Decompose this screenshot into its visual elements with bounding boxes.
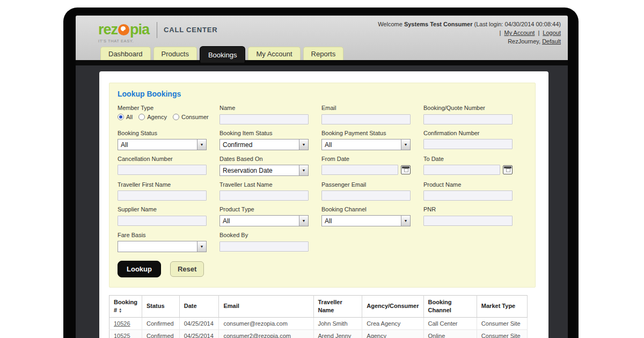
content-area: Lookup Bookings Member Type All xyxy=(76,65,568,338)
account-links: | My Account | Logout xyxy=(378,28,561,37)
radio-agency[interactable]: Agency xyxy=(138,114,167,120)
logo-text-rez: rez xyxy=(98,21,118,38)
booking-channel-select[interactable]: All ▼ xyxy=(321,215,411,226)
field-confirmation-number: Confirmation Number xyxy=(423,130,513,150)
field-traveller-first-name: Traveller First Name xyxy=(118,181,207,201)
calendar-icon[interactable] xyxy=(503,165,513,174)
journey-line: RezJourney, Default xyxy=(378,37,561,46)
booked-by-input[interactable] xyxy=(219,241,309,252)
table-row: 10526 Confirmed 04/25/2014 consumer@rezo… xyxy=(109,317,528,329)
col-agency-consumer: Agency/Consumer xyxy=(362,296,423,318)
col-booking-number[interactable]: Booking #▲▼ xyxy=(109,296,142,318)
pnr-input[interactable] xyxy=(423,216,513,226)
from-date-input[interactable] xyxy=(321,165,398,175)
dropdown-arrow-icon: ▼ xyxy=(401,216,410,226)
tab-products[interactable]: Products xyxy=(153,47,197,60)
field-booking-channel: Booking Channel All ▼ xyxy=(321,206,411,226)
booking-quote-number-input[interactable] xyxy=(423,114,513,124)
field-member-type: Member Type All Agency xyxy=(118,105,207,124)
supplier-name-input[interactable] xyxy=(118,216,207,226)
col-date: Date xyxy=(179,296,219,318)
dropdown-arrow-icon: ▼ xyxy=(299,165,308,175)
links-separator: | xyxy=(500,30,501,36)
booking-item-status-label: Booking Item Status xyxy=(219,130,309,136)
brand-tagline: IT'S THAT EASY. xyxy=(98,39,217,43)
cancellation-number-input[interactable] xyxy=(118,165,207,175)
traveller-last-name-input[interactable] xyxy=(219,190,309,201)
passenger-email-input[interactable] xyxy=(321,190,411,201)
tab-bookings[interactable]: Bookings xyxy=(200,46,245,63)
field-product-name: Product Name xyxy=(423,181,513,201)
dates-based-on-value: Reservation Date xyxy=(220,165,299,175)
agency-consumer-cell: Agency xyxy=(362,329,423,338)
device-frame: rez pia CALL CENTER IT'S THAT EASY. Welc… xyxy=(63,8,579,338)
lookup-form: Member Type All Agency xyxy=(118,105,527,252)
booking-payment-status-label: Booking Payment Status xyxy=(321,130,411,136)
sort-icon[interactable]: ▲▼ xyxy=(119,308,122,313)
to-date-input[interactable] xyxy=(423,165,500,175)
booking-payment-status-select[interactable]: All ▼ xyxy=(321,139,411,150)
field-booking-quote-number: Booking/Quote Number xyxy=(423,105,513,124)
calendar-icon[interactable] xyxy=(401,165,411,174)
confirmation-number-input[interactable] xyxy=(423,139,513,149)
col-traveller-name: Traveller Name xyxy=(313,296,362,318)
tab-reports[interactable]: Reports xyxy=(303,47,344,60)
booking-number-link[interactable]: 10526 xyxy=(114,320,130,327)
welcome-prefix: Welcome xyxy=(378,21,402,27)
tab-dashboard[interactable]: Dashboard xyxy=(100,47,151,60)
pnr-label: PNR xyxy=(423,206,513,212)
lookup-button[interactable]: Lookup xyxy=(118,261,161,277)
reset-button[interactable]: Reset xyxy=(170,261,204,277)
dates-based-on-select[interactable]: Reservation Date ▼ xyxy=(219,165,309,176)
member-type-label: Member Type xyxy=(118,105,207,111)
content-card: Lookup Bookings Member Type All xyxy=(99,71,548,338)
product-type-select[interactable]: All ▼ xyxy=(219,215,309,226)
logo-o-swirl-icon xyxy=(118,24,129,35)
product-name-input[interactable] xyxy=(423,190,513,201)
traveller-cell: Arend Jenny xyxy=(313,329,362,338)
col-booking-channel: Booking Channel xyxy=(423,296,477,318)
booking-payment-status-value: All xyxy=(322,139,401,150)
radio-consumer-label: Consumer xyxy=(181,114,209,120)
col-status: Status xyxy=(142,296,180,318)
email-cell: consumer@rezopia.com xyxy=(219,317,313,329)
radio-icon xyxy=(173,114,179,120)
fare-basis-label: Fare Basis xyxy=(118,232,207,238)
radio-all[interactable]: All xyxy=(118,114,133,120)
tab-my-account[interactable]: My Account xyxy=(248,47,300,60)
field-pnr: PNR xyxy=(423,206,513,226)
field-name: Name xyxy=(219,105,309,124)
radio-selected-icon xyxy=(118,114,124,120)
booking-channel-value: All xyxy=(322,216,401,226)
booking-number-link[interactable]: 10525 xyxy=(114,333,130,338)
booking-status-select[interactable]: All ▼ xyxy=(118,139,207,150)
dropdown-arrow-icon: ▼ xyxy=(401,139,410,150)
booking-item-status-select[interactable]: Confirmed ▼ xyxy=(219,139,309,150)
field-passenger-email: Passenger Email xyxy=(321,181,411,201)
date-cell: 04/25/2014 xyxy=(179,317,219,329)
table-row: 10525 Confirmed 04/25/2014 consumer2@rez… xyxy=(109,329,528,338)
booking-item-status-value: Confirmed xyxy=(220,139,299,150)
lookup-bookings-panel: Lookup Bookings Member Type All xyxy=(109,83,536,288)
traveller-cell: John Smith xyxy=(313,317,362,329)
brand: rez pia CALL CENTER IT'S THAT EASY. xyxy=(98,21,217,43)
email-input[interactable] xyxy=(321,114,411,124)
fare-basis-select[interactable]: ▼ xyxy=(118,241,207,252)
traveller-first-name-input[interactable] xyxy=(118,190,207,201)
channel-cell: Call Center xyxy=(423,317,477,329)
field-booked-by: Booked By xyxy=(219,232,309,252)
field-booking-payment-status: Booking Payment Status All ▼ xyxy=(321,130,411,150)
field-product-type: Product Type All ▼ xyxy=(219,206,309,226)
booked-by-label: Booked By xyxy=(219,232,309,238)
my-account-link[interactable]: My Account xyxy=(504,30,535,36)
logout-link[interactable]: Logout xyxy=(543,30,561,36)
name-input[interactable] xyxy=(219,114,309,124)
radio-consumer[interactable]: Consumer xyxy=(173,114,209,120)
confirmation-number-label: Confirmation Number xyxy=(423,130,513,136)
radio-all-label: All xyxy=(126,114,133,120)
field-supplier-name: Supplier Name xyxy=(118,206,207,226)
dropdown-arrow-icon: ▼ xyxy=(299,216,308,226)
rezopia-logo: rez pia xyxy=(98,21,149,38)
journey-default-link[interactable]: Default xyxy=(542,38,561,45)
field-from-date: From Date xyxy=(321,156,411,176)
